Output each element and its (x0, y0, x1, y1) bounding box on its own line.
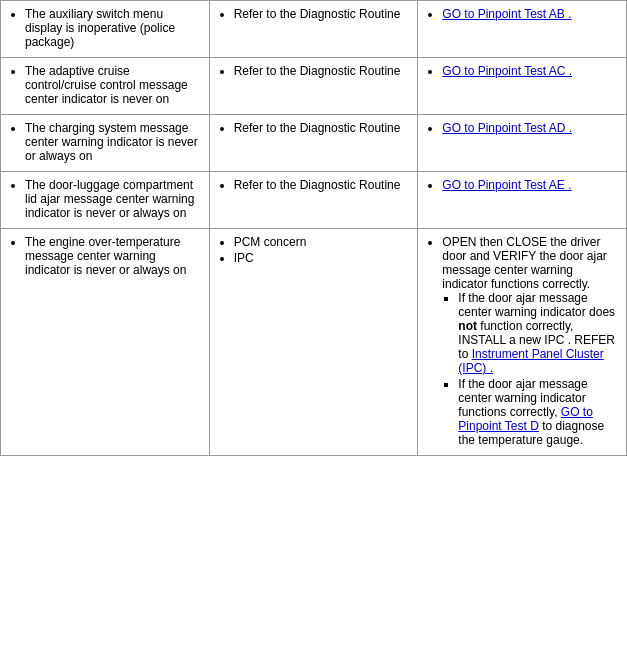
pinpoint-link-ab[interactable]: GO to Pinpoint Test AB . (442, 7, 571, 21)
list-item: Refer to the Diagnostic Routine (234, 7, 410, 21)
col3-cell: GO to Pinpoint Test AD . (418, 115, 627, 172)
ipc-link[interactable]: Instrument Panel Cluster (IPC) . (458, 347, 603, 375)
col2-cell: Refer to the Diagnostic Routine (209, 58, 418, 115)
instruction-text: OPEN then CLOSE the driver door and VERI… (442, 235, 607, 291)
col3-cell: GO to Pinpoint Test AC . (418, 58, 627, 115)
list-item: The door-luggage compartment lid ajar me… (25, 178, 201, 220)
col3-cell: OPEN then CLOSE the driver door and VERI… (418, 229, 627, 456)
table-row: The engine over-temperature message cent… (1, 229, 627, 456)
col1-cell: The auxiliary switch menu display is ino… (1, 1, 210, 58)
list-item: GO to Pinpoint Test AB . (442, 7, 618, 21)
list-item: The auxiliary switch menu display is ino… (25, 7, 201, 49)
list-item: Refer to the Diagnostic Routine (234, 64, 410, 78)
pinpoint-link-ad[interactable]: GO to Pinpoint Test AD . (442, 121, 572, 135)
list-item: IPC (234, 251, 410, 265)
list-item: GO to Pinpoint Test AC . (442, 64, 618, 78)
list-item: PCM concern (234, 235, 410, 249)
col2-cell: Refer to the Diagnostic Routine (209, 115, 418, 172)
list-item: GO to Pinpoint Test AD . (442, 121, 618, 135)
col3-cell: GO to Pinpoint Test AB . (418, 1, 627, 58)
table-row: The door-luggage compartment lid ajar me… (1, 172, 627, 229)
col2-cell: Refer to the Diagnostic Routine (209, 1, 418, 58)
col1-cell: The door-luggage compartment lid ajar me… (1, 172, 210, 229)
col1-cell: The adaptive cruise control/cruise contr… (1, 58, 210, 115)
col3-cell: GO to Pinpoint Test AE . (418, 172, 627, 229)
bold-not: not (458, 319, 477, 333)
list-item: OPEN then CLOSE the driver door and VERI… (442, 235, 618, 447)
list-item: The engine over-temperature message cent… (25, 235, 201, 277)
col1-cell: The charging system message center warni… (1, 115, 210, 172)
list-item: The charging system message center warni… (25, 121, 201, 163)
list-item: Refer to the Diagnostic Routine (234, 121, 410, 135)
list-item: GO to Pinpoint Test AE . (442, 178, 618, 192)
list-item: The adaptive cruise control/cruise contr… (25, 64, 201, 106)
table-row: The auxiliary switch menu display is ino… (1, 1, 627, 58)
table-row: The adaptive cruise control/cruise contr… (1, 58, 627, 115)
pinpoint-link-ac[interactable]: GO to Pinpoint Test AC . (442, 64, 572, 78)
sub-list-item: If the door ajar message center warning … (458, 377, 618, 447)
sub-list-item: If the door ajar message center warning … (458, 291, 618, 375)
col2-cell: PCM concern IPC (209, 229, 418, 456)
list-item: Refer to the Diagnostic Routine (234, 178, 410, 192)
col1-cell: The engine over-temperature message cent… (1, 229, 210, 456)
col2-cell: Refer to the Diagnostic Routine (209, 172, 418, 229)
pinpoint-link-ae[interactable]: GO to Pinpoint Test AE . (442, 178, 571, 192)
table-row: The charging system message center warni… (1, 115, 627, 172)
